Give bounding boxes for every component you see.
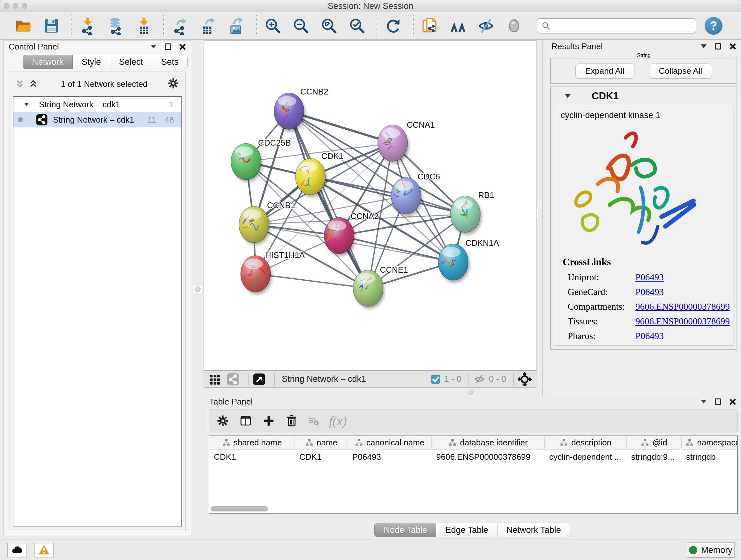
network-node-CCNE1[interactable]: [353, 270, 385, 309]
import-table-button[interactable]: [134, 16, 154, 36]
crosslink-genecard-link[interactable]: P06493: [635, 287, 664, 297]
panel-menu-icon[interactable]: [701, 400, 706, 403]
tab-edge-table[interactable]: Edge Table: [436, 523, 497, 537]
network-collection-row[interactable]: String Network – cdk1 1: [13, 97, 181, 112]
network-label: String Network – cdk1: [53, 115, 134, 125]
network-node-CDK1[interactable]: [295, 159, 327, 197]
crosslink-row: Tissues:9606.ENSP00000378699: [568, 316, 733, 327]
expand-all-networks-icon[interactable]: [28, 79, 38, 89]
warnings-button[interactable]: [35, 543, 54, 557]
open-session-button[interactable]: [13, 16, 33, 36]
open-in-window-icon[interactable]: [253, 373, 266, 386]
hide-graphics-button[interactable]: [476, 16, 496, 36]
export-image-button[interactable]: [226, 16, 246, 36]
network-node-RB1[interactable]: [450, 196, 482, 235]
table-cell: CDK1: [209, 449, 295, 464]
memory-button[interactable]: Memory: [687, 543, 735, 558]
float-panel-icon[interactable]: [715, 398, 721, 405]
collapse-entry-icon[interactable]: [565, 94, 570, 98]
export-table-button[interactable]: [199, 16, 218, 36]
tab-string[interactable]: String: [637, 53, 651, 58]
bottom-split-grip[interactable]: [468, 389, 474, 395]
tab-network[interactable]: Network: [23, 55, 73, 69]
float-panel-icon[interactable]: [165, 44, 171, 50]
collapse-all-button[interactable]: Collapse All: [649, 64, 712, 78]
crosslink-pharos-link[interactable]: P06493: [635, 331, 664, 341]
help-button[interactable]: ?: [704, 17, 723, 35]
network-node-HIST1H1A[interactable]: [241, 256, 272, 295]
gene-entry-header[interactable]: CDK1: [551, 87, 737, 105]
export-network-button[interactable]: [171, 16, 190, 36]
delete-column-icon[interactable]: [285, 414, 298, 428]
column-header-shared-name[interactable]: shared name: [209, 436, 295, 449]
show-graphics-button[interactable]: [504, 16, 524, 36]
network-node-CCNA1[interactable]: [378, 125, 409, 164]
show-columns-icon[interactable]: [239, 414, 253, 428]
title-bar: Session: New Session: [0, 0, 741, 12]
network-overview-button[interactable]: [448, 16, 468, 36]
column-header-description[interactable]: description: [545, 436, 627, 449]
search-field[interactable]: [537, 18, 696, 34]
search-input[interactable]: [554, 21, 692, 30]
zoom-in-button[interactable]: [263, 16, 283, 36]
column-header-label: database identifier: [460, 438, 528, 448]
help-glyph: ?: [710, 19, 717, 33]
node-label-CCNE1: CCNE1: [380, 265, 408, 274]
zoom-out-button[interactable]: [291, 16, 311, 36]
network-edge-CCNA2-CDKN1A[interactable]: [339, 236, 454, 262]
close-panel-icon[interactable]: [730, 43, 736, 50]
tab-style[interactable]: Style: [73, 55, 110, 69]
warning-icon: [38, 544, 50, 556]
column-header-id[interactable]: @id: [627, 436, 682, 449]
network-edge-CCNB2-CCNE1[interactable]: [289, 111, 368, 288]
refresh-layout-button[interactable]: [384, 16, 403, 36]
zoom-fit-button[interactable]: [319, 16, 339, 36]
column-header-namespace[interactable]: namespace: [682, 436, 738, 449]
close-panel-icon[interactable]: [179, 44, 186, 50]
cloud-status-button[interactable]: [7, 543, 26, 557]
network-node-CCNB1[interactable]: [239, 206, 271, 245]
column-header-database-identifier[interactable]: database identifier: [432, 436, 545, 449]
crosslink-tissues-link[interactable]: 9606.ENSP00000378699: [635, 316, 730, 327]
collapse-all-networks-icon[interactable]: [15, 79, 25, 89]
crosslink-uniprot-link[interactable]: P06493: [635, 272, 664, 283]
clone-network-button[interactable]: [420, 16, 440, 36]
import-network-button[interactable]: [78, 16, 98, 36]
close-panel-icon[interactable]: [730, 398, 736, 405]
crosslink-compartments-link[interactable]: 9606.ENSP00000378699: [635, 301, 730, 312]
column-header-name[interactable]: name: [295, 436, 348, 449]
network-view-canvas[interactable]: CCNB2CCNA1CDC25BCDK1CDC6RB1CCNB1CCNA2CDK…: [204, 41, 536, 371]
network-node-CCNA2[interactable]: [324, 217, 356, 256]
left-split-grip[interactable]: [193, 285, 202, 294]
string-style-icon[interactable]: [226, 373, 240, 386]
panel-menu-icon[interactable]: [151, 45, 156, 49]
gene-entry: CDK1 cyclin-dependent kinase 1: [550, 86, 737, 350]
table-row[interactable]: CDK1CDK1P064939606.ENSP00000378699cyclin…: [209, 449, 737, 464]
tab-select[interactable]: Select: [110, 55, 152, 69]
hidden-eye-icon[interactable]: [473, 373, 486, 386]
network-node-CCNB2[interactable]: [274, 93, 306, 132]
expand-all-button[interactable]: Expand All: [576, 64, 634, 78]
horizontal-scrollbar-thumb[interactable]: [211, 506, 268, 511]
save-session-button[interactable]: [42, 16, 61, 36]
network-row-selected[interactable]: String Network – cdk1 11 48: [13, 112, 181, 127]
fit-selected-crosshair-icon[interactable]: [518, 372, 532, 386]
selected-checkbox-icon[interactable]: [430, 374, 441, 385]
tab-node-table[interactable]: Node Table: [374, 523, 436, 537]
tab-sets[interactable]: Sets: [152, 55, 188, 69]
float-panel-icon[interactable]: [715, 43, 721, 50]
import-network-from-database-button[interactable]: [106, 16, 126, 36]
network-node-CDC6[interactable]: [391, 178, 422, 216]
tab-network-table[interactable]: Network Table: [497, 523, 570, 537]
network-edge-HIST1H1A-CCNE1[interactable]: [256, 274, 368, 288]
collection-expand-icon[interactable]: [24, 103, 29, 106]
create-column-icon[interactable]: [262, 414, 275, 428]
panel-menu-icon[interactable]: [701, 44, 706, 48]
network-node-CDKN1A[interactable]: [438, 244, 470, 283]
table-options-gear-icon[interactable]: [216, 414, 229, 428]
network-options-button[interactable]: [167, 77, 180, 91]
grid-view-icon[interactable]: [208, 373, 222, 386]
column-header-canonical-name[interactable]: canonical name: [348, 436, 432, 449]
network-node-CDC25B[interactable]: [231, 143, 263, 182]
zoom-selected-button[interactable]: [347, 16, 367, 36]
